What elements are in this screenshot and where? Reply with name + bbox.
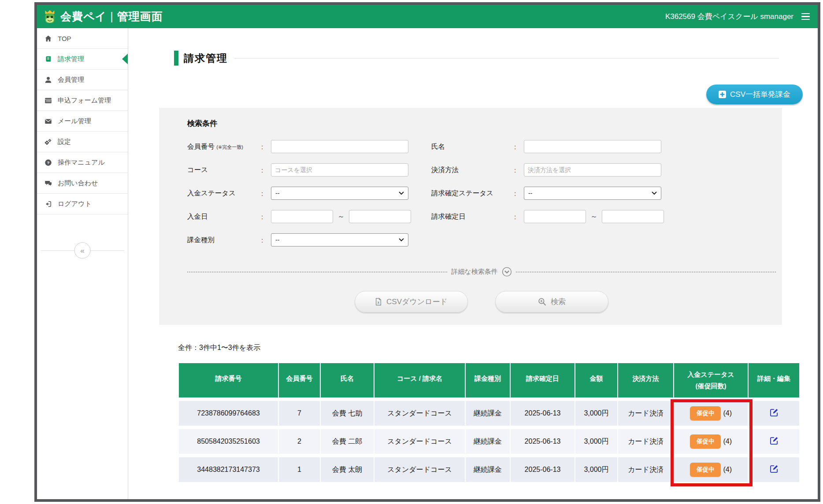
member-no-input[interactable] bbox=[271, 140, 408, 153]
edit-icon[interactable] bbox=[770, 436, 779, 445]
cell-member-no: 1 bbox=[279, 457, 320, 482]
active-item-arrow bbox=[122, 54, 128, 64]
charge-type-select[interactable]: -- bbox=[271, 233, 408, 246]
dotted-divider bbox=[516, 272, 776, 272]
cell-deposit-status: 催促中(4) bbox=[674, 429, 748, 454]
cell-course: スタンダードコース bbox=[374, 457, 465, 482]
cell-amount: 3,000円 bbox=[575, 429, 617, 454]
svg-text:x: x bbox=[377, 300, 379, 305]
colon: : bbox=[261, 190, 271, 197]
payment-method-label: 決済方法 bbox=[431, 166, 514, 175]
reminder-count: (4) bbox=[723, 438, 732, 445]
chevron-down-icon bbox=[399, 191, 404, 195]
csv-download-button[interactable]: x CSVダウンロード bbox=[355, 291, 468, 313]
colon: : bbox=[514, 166, 524, 174]
csv-bulk-charge-label: CSV一括単発課金 bbox=[730, 89, 790, 99]
app-window: 会費ペイ|管理画面 K362569 会費ペイスクール smanager TOP … bbox=[34, 2, 820, 502]
col-name: 氏名 bbox=[321, 363, 374, 397]
sidebar-item-top[interactable]: TOP bbox=[37, 28, 128, 49]
menu-icon[interactable] bbox=[801, 11, 811, 22]
main-content: 請求管理 CSV一括単発課金 検索条件 会員番号 (※完全一致) : 氏名 : bbox=[128, 28, 818, 499]
confirm-status-value: -- bbox=[528, 190, 532, 197]
mail-icon bbox=[44, 118, 52, 125]
question-icon: ? bbox=[44, 159, 52, 166]
cell-method: カード決済 bbox=[618, 401, 673, 426]
sidebar-item-contact[interactable]: お問い合わせ bbox=[37, 173, 128, 194]
cell-charge-type: 継続課金 bbox=[466, 457, 510, 482]
range-tilde: ～ bbox=[590, 212, 597, 221]
sidebar-item-settings[interactable]: 設定 bbox=[37, 132, 128, 152]
sidebar-item-logout[interactable]: ログアウト bbox=[37, 194, 128, 214]
csv-bulk-charge-button[interactable]: CSV一括単発課金 bbox=[706, 85, 803, 104]
search-button-label: 検索 bbox=[551, 297, 566, 307]
billing-table-wrap: 請求番号 会員番号 氏名 コース / 請求名 課金種別 請求確定日 金額 決済方… bbox=[178, 360, 800, 486]
table-row: 3448382173147373 1 会費 太朗 スタンダードコース 継続課金 … bbox=[179, 457, 799, 482]
table-row: 7238786099764683 7 会費 七助 スタンダードコース 継続課金 … bbox=[179, 401, 799, 426]
sidebar-item-label: お問い合わせ bbox=[58, 179, 98, 188]
billing-table: 請求番号 会員番号 氏名 コース / 請求名 課金種別 請求確定日 金額 決済方… bbox=[178, 360, 800, 486]
payment-method-input[interactable] bbox=[524, 163, 661, 177]
deposit-status-select[interactable]: -- bbox=[271, 187, 408, 200]
col-member-no: 会員番号 bbox=[279, 363, 320, 397]
cell-amount: 3,000円 bbox=[575, 457, 617, 482]
sidebar-item-mail[interactable]: メール管理 bbox=[37, 111, 128, 132]
charge-type-label: 課金種別 bbox=[187, 235, 261, 245]
form-icon bbox=[44, 97, 52, 104]
cell-deposit-status: 催促中(4) bbox=[674, 457, 748, 482]
search-icon bbox=[538, 298, 546, 306]
sidebar-collapse-button[interactable]: « bbox=[74, 243, 91, 259]
search-button[interactable]: 検索 bbox=[495, 291, 608, 313]
col-detail-edit: 詳細・編集 bbox=[749, 363, 799, 397]
gear-icon bbox=[44, 138, 52, 146]
brand-divider: | bbox=[110, 10, 114, 23]
table-header-row: 請求番号 会員番号 氏名 コース / 請求名 課金種別 請求確定日 金額 決済方… bbox=[179, 363, 799, 397]
sidebar: TOP 請求管理 会員管理 申込フォーム管理 メール管理 設定 bbox=[37, 28, 128, 499]
confirm-date-from-input[interactable] bbox=[524, 210, 586, 223]
brand-subtitle: 管理画面 bbox=[117, 9, 163, 24]
cell-course: スタンダードコース bbox=[374, 429, 465, 454]
page-title-row: 請求管理 bbox=[128, 28, 818, 66]
advanced-search-row: 詳細な検索条件 bbox=[187, 267, 776, 277]
cell-name: 会費 七助 bbox=[321, 401, 374, 426]
deposit-date-to-input[interactable] bbox=[349, 210, 411, 223]
cell-detail-edit bbox=[749, 429, 799, 454]
deposit-status-value: -- bbox=[275, 190, 279, 197]
confirm-status-select[interactable]: -- bbox=[524, 187, 661, 200]
sidebar-item-label: 設定 bbox=[58, 138, 71, 146]
sidebar-collapse-row: « bbox=[37, 237, 128, 264]
sidebar-item-members[interactable]: 会員管理 bbox=[37, 70, 128, 90]
cell-invoice-no: 8505842035251603 bbox=[179, 429, 278, 454]
sidebar-item-label: ログアウト bbox=[58, 200, 92, 208]
chevron-down-circle-icon bbox=[502, 267, 512, 277]
confirm-date-to-input[interactable] bbox=[602, 210, 664, 223]
edit-icon[interactable] bbox=[770, 408, 779, 417]
account-label: K362569 会費ペイスクール smanager bbox=[665, 11, 793, 22]
sidebar-item-billing[interactable]: 請求管理 bbox=[37, 49, 128, 70]
deposit-date-label: 入金日 bbox=[187, 212, 261, 221]
deposit-date-from-input[interactable] bbox=[271, 210, 333, 223]
sidebar-item-label: 申込フォーム管理 bbox=[58, 96, 111, 105]
svg-text:?: ? bbox=[47, 160, 50, 165]
book-icon bbox=[44, 55, 52, 63]
course-input[interactable] bbox=[271, 163, 408, 177]
mascot-logo-icon bbox=[42, 9, 57, 24]
sidebar-item-manual[interactable]: ? 操作マニュアル bbox=[37, 152, 128, 173]
colon: : bbox=[261, 143, 271, 151]
cell-member-no: 7 bbox=[279, 401, 320, 426]
cell-method: カード決済 bbox=[618, 429, 673, 454]
course-label: コース bbox=[187, 166, 261, 175]
colon: : bbox=[261, 236, 271, 244]
name-input[interactable] bbox=[524, 140, 661, 153]
col-method: 決済方法 bbox=[618, 363, 673, 397]
col-confirm-date: 請求確定日 bbox=[511, 363, 575, 397]
search-heading: 検索条件 bbox=[187, 118, 776, 129]
advanced-search-toggle[interactable] bbox=[502, 267, 512, 277]
result-summary: 全件：3件中1〜3件を表示 bbox=[178, 343, 818, 353]
cell-invoice-no: 3448382173147373 bbox=[179, 457, 278, 482]
cell-confirm-date: 2025-06-13 bbox=[511, 457, 575, 482]
col-amount: 金額 bbox=[575, 363, 617, 397]
page-title: 請求管理 bbox=[184, 52, 228, 65]
sidebar-item-forms[interactable]: 申込フォーム管理 bbox=[37, 90, 128, 111]
edit-icon[interactable] bbox=[770, 464, 779, 473]
colon: : bbox=[514, 190, 524, 197]
